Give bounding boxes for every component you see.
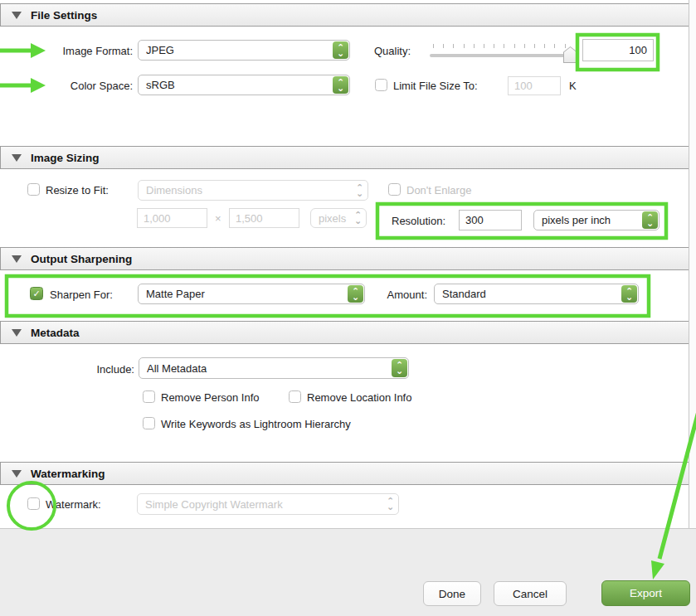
dont-enlarge-checkbox — [388, 183, 401, 196]
watermark-popup: Simple Copyright Watermark — [137, 493, 399, 515]
limit-file-size-checkbox[interactable] — [375, 79, 387, 91]
dont-enlarge-label: Don't Enlarge — [406, 184, 471, 196]
disclosure-triangle-icon[interactable] — [12, 255, 22, 263]
color-space-label: Color Space: — [4, 80, 133, 92]
write-keywords-label: Write Keywords as Lightroom Hierarchy — [161, 418, 351, 430]
remove-location-info-label: Remove Location Info — [307, 391, 411, 404]
sharpen-for-checkbox[interactable]: ✓ — [30, 287, 43, 300]
remove-location-info-checkbox[interactable] — [289, 390, 301, 403]
section-header-image-sizing[interactable]: Image Sizing — [0, 146, 689, 169]
watermark-checkbox[interactable] — [27, 497, 40, 510]
limit-file-size-label: Limit File Size To: — [393, 80, 478, 92]
resize-mode-value: Dimensions — [146, 184, 367, 196]
dialog-footer — [0, 528, 696, 616]
section-title: Watermarking — [31, 468, 105, 480]
resize-height-input — [229, 208, 299, 228]
popup-stepper-icon — [621, 285, 637, 303]
remove-person-info-label: Remove Person Info — [161, 391, 260, 404]
amount-popup[interactable]: Standard — [434, 284, 639, 304]
popup-stepper-icon — [392, 359, 407, 377]
cancel-button[interactable]: Cancel — [494, 581, 567, 606]
resize-to-fit-label: Resize to Fit: — [46, 184, 109, 196]
write-keywords-checkbox[interactable] — [143, 417, 155, 429]
slider-thumb[interactable] — [563, 46, 577, 63]
disclosure-triangle-icon[interactable] — [12, 329, 22, 337]
section-title: Image Sizing — [31, 152, 100, 164]
section-header-metadata[interactable]: Metadata — [0, 321, 689, 344]
section-header-output-sharpening[interactable]: Output Sharpening — [0, 247, 689, 270]
right-strip — [689, 0, 696, 528]
slider-track[interactable] — [430, 54, 576, 57]
resolution-unit-popup[interactable]: pixels per inch — [533, 210, 659, 230]
done-button[interactable]: Done — [423, 581, 481, 606]
amount-value: Standard — [442, 288, 638, 300]
resolution-input[interactable] — [459, 210, 522, 230]
sharpen-for-popup[interactable]: Matte Paper — [138, 284, 365, 304]
popup-stepper-icon — [333, 76, 348, 94]
export-dialog: File Settings Image Format: JPEG Color S… — [0, 0, 696, 616]
include-popup[interactable]: All Metadata — [139, 357, 409, 379]
image-format-value: JPEG — [146, 44, 349, 56]
image-format-label: Image Format: — [4, 45, 133, 57]
slider-ticks — [433, 44, 571, 48]
limit-unit-label: K — [569, 80, 577, 92]
popup-stepper-icon — [642, 211, 658, 229]
section-header-file-settings[interactable]: File Settings — [0, 3, 689, 27]
include-label: Include: — [4, 363, 134, 376]
disclosure-triangle-icon[interactable] — [12, 12, 22, 19]
section-header-watermarking[interactable]: Watermarking — [0, 462, 689, 485]
disclosure-triangle-icon[interactable] — [12, 470, 22, 478]
content-right-border — [689, 0, 689, 528]
quality-label: Quality: — [332, 45, 411, 57]
quality-slider[interactable] — [430, 40, 577, 65]
remove-person-info-checkbox[interactable] — [143, 390, 155, 403]
color-space-popup[interactable]: sRGB — [138, 75, 350, 95]
resolution-unit-value: pixels per inch — [542, 214, 659, 226]
watermark-value: Simple Copyright Watermark — [145, 498, 398, 511]
limit-file-size-input — [508, 76, 561, 95]
amount-label: Amount: — [365, 289, 427, 301]
watermark-label: Watermark: — [46, 498, 101, 511]
section-title: File Settings — [31, 9, 97, 22]
popup-stepper-icon — [353, 182, 367, 199]
popup-stepper-icon — [348, 285, 363, 303]
export-button[interactable]: Export — [601, 580, 690, 606]
disclosure-triangle-icon[interactable] — [12, 154, 22, 162]
resize-to-fit-checkbox[interactable] — [27, 183, 40, 196]
resize-mode-popup: Dimensions — [138, 180, 368, 201]
quality-input[interactable] — [582, 39, 654, 61]
include-value: All Metadata — [147, 362, 408, 375]
resize-width-input — [137, 208, 207, 228]
checkmark-icon: ✓ — [32, 289, 40, 299]
color-space-value: sRGB — [146, 79, 349, 91]
resize-unit-popup: pixels — [310, 208, 367, 228]
image-format-popup[interactable]: JPEG — [138, 40, 350, 61]
resolution-label: Resolution: — [392, 215, 445, 227]
sharpen-for-value: Matte Paper — [146, 288, 364, 300]
slider-thumb-face — [564, 47, 577, 62]
section-title: Metadata — [31, 327, 80, 339]
sharpen-for-label: Sharpen For: — [50, 289, 113, 301]
popup-stepper-icon — [383, 495, 397, 513]
popup-stepper-icon — [351, 210, 365, 226]
dimensions-times-label: × — [215, 212, 221, 225]
section-title: Output Sharpening — [31, 253, 132, 265]
